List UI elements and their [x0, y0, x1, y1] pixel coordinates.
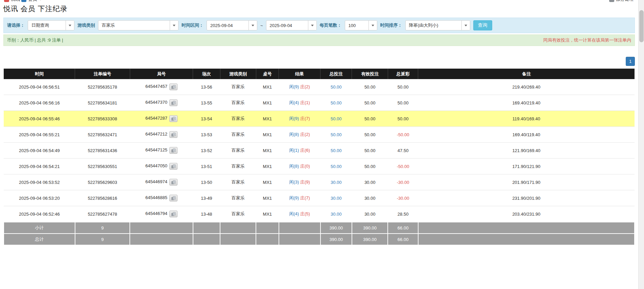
total-bet-link[interactable]: 50.00 [320, 143, 352, 159]
total-bet-link[interactable]: 50.00 [320, 159, 352, 174]
result: 闲(8) 庄(2) [279, 127, 320, 143]
mode-label: 请选择： [7, 22, 25, 28]
total-bet-link[interactable]: 50.00 [320, 95, 352, 111]
top-nav-item[interactable]: 悦讯 [11, 0, 20, 2]
total-bet-link[interactable]: 30.00 [320, 206, 352, 222]
pagination: 1 [3, 57, 635, 66]
round-detail-button[interactable] [169, 131, 177, 138]
bet-row: 2025-09-04 06:55:46522785633308645447287… [4, 111, 635, 127]
date-from-select[interactable]: 2025-09-04 [207, 20, 257, 30]
date-mode-select[interactable]: 日期查询 [28, 20, 74, 30]
bet-id: 522785633308 [75, 111, 130, 127]
chevron-down-icon[interactable] [66, 21, 74, 30]
total-bet-link[interactable]: 50.00 [320, 127, 352, 143]
result-player: 闲(8) [289, 132, 299, 137]
bet-row: 2025-09-04 06:52:46522785627478645446794… [4, 206, 635, 222]
bet-row: 2025-09-04 06:54:49522785631436645447125… [4, 143, 635, 159]
round-id: 645447457 [130, 79, 193, 95]
summary-row: 小计9390.00390.0066.00 [4, 222, 635, 234]
date-mode-value: 日期查询 [28, 21, 66, 30]
session-no: 13-48 [193, 206, 220, 222]
game-record-icon [171, 180, 176, 185]
bet-id: 522785635178 [75, 79, 130, 95]
chevron-down-icon[interactable] [248, 21, 257, 30]
top-nav-item[interactable]: 帐务处理 [616, 0, 634, 2]
column-header: 备注 [418, 69, 635, 79]
round-id: 645446794 [130, 206, 193, 222]
result-banker: 庄(7) [300, 116, 310, 121]
game-type: 百家乐 [220, 79, 256, 95]
column-header: 有效投注 [352, 69, 388, 79]
column-header: 总投注 [320, 69, 352, 79]
bet-id: 522785629603 [75, 174, 130, 190]
page-size-select[interactable]: 100 [345, 20, 377, 30]
summary-count: 9 [75, 234, 130, 245]
session-no: 13-54 [193, 111, 220, 127]
top-nav-item[interactable]: 会员 [28, 0, 37, 2]
result-banker: 庄(2) [300, 132, 310, 137]
currency-summary-text: 币别：人民币 | 总共 :9 注单 | [7, 37, 63, 43]
chevron-down-icon[interactable] [308, 21, 316, 30]
table-no: MX1 [256, 79, 279, 95]
chevron-down-icon[interactable] [461, 21, 470, 30]
result: 闲(1) 庄(6) [279, 143, 320, 159]
bets-table: 时间注单编号局号场次游戏类别桌号结果总投注有效投注总派彩备注 2025-09-0… [3, 69, 635, 245]
round-detail-button[interactable] [169, 163, 177, 170]
bet-id: 522785628616 [75, 190, 130, 206]
table-no: MX1 [256, 206, 279, 222]
chevron-down-icon[interactable] [368, 21, 377, 30]
bet-id: 522785630551 [75, 159, 130, 174]
result-player: 闲(4) [289, 100, 299, 105]
round-detail-button[interactable] [169, 83, 177, 90]
filter-bar: 请选择： 日期查询 游戏类别 百家乐 时间区间： 2025-09-04 ~ 20… [3, 18, 635, 33]
column-header: 游戏类别 [220, 69, 256, 79]
chevron-down-icon[interactable] [39, 0, 42, 0]
round-detail-button[interactable] [169, 115, 177, 122]
result-banker: 庄(5) [300, 211, 310, 216]
game-record-icon [171, 164, 176, 169]
total-bet-link[interactable]: 50.00 [320, 79, 352, 95]
time-range-label: 时间区间： [182, 22, 204, 28]
summary-label: 小计 [4, 222, 75, 234]
session-no: 13-53 [193, 127, 220, 143]
result-banker: 庄(1) [300, 100, 310, 105]
bet-time: 2025-09-04 06:52:46 [4, 206, 75, 222]
total-bet-link[interactable]: 30.00 [320, 190, 352, 206]
search-button[interactable]: 查询 [473, 20, 492, 30]
summary-label: 总计 [4, 234, 75, 245]
game-record-icon [171, 101, 176, 105]
member-icon[interactable] [21, 0, 26, 2]
bet-row: 2025-09-04 06:55:21522785632471645447212… [4, 127, 635, 143]
result-banker: 庄(0) [300, 164, 310, 169]
valid-bet: 30.00 [352, 190, 388, 206]
date-to-select[interactable]: 2025-09-04 [266, 20, 317, 30]
game-type: 百家乐 [220, 95, 256, 111]
bet-id: 522785631436 [75, 143, 130, 159]
time-sort-select[interactable]: 降幂(由大到小) [405, 20, 470, 30]
summary-valid-bet: 390.00 [352, 222, 388, 234]
total-bet-link[interactable]: 50.00 [320, 111, 352, 127]
column-header: 场次 [193, 69, 220, 79]
scrollbar-thumb[interactable] [639, 10, 644, 42]
round-detail-button[interactable] [169, 147, 177, 154]
app-icon[interactable] [4, 0, 9, 2]
game-type-select[interactable]: 百家乐 [98, 20, 178, 30]
column-header: 局号 [130, 69, 193, 79]
chevron-down-icon[interactable] [170, 21, 178, 30]
accounting-icon[interactable] [609, 0, 614, 2]
page-1-button[interactable]: 1 [626, 57, 635, 66]
result-banker: 庄(2) [300, 84, 310, 89]
session-no: 13-56 [193, 79, 220, 95]
vertical-scrollbar[interactable] [638, 0, 644, 289]
round-detail-button[interactable] [169, 99, 177, 106]
total-bet-link[interactable]: 30.00 [320, 174, 352, 190]
round-detail-button[interactable] [169, 179, 177, 186]
valid-bet: 30.00 [352, 206, 388, 222]
game-record-icon [171, 212, 176, 216]
table-no: MX1 [256, 159, 279, 174]
round-detail-button[interactable] [169, 195, 177, 201]
session-no: 13-49 [193, 190, 220, 206]
round-detail-button[interactable] [169, 211, 177, 217]
game-type: 百家乐 [220, 127, 256, 143]
valid-bet: 50.00 [352, 159, 388, 174]
